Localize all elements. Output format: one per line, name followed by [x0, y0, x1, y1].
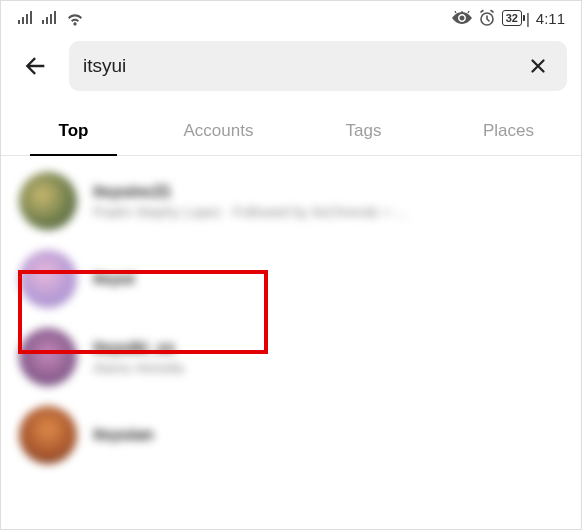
result-text: itsyuinc21 Psalm Stephy Lopez · Followed… — [93, 183, 407, 220]
clear-search-button[interactable] — [523, 51, 553, 81]
close-icon — [527, 55, 549, 77]
result-username: itsyuiki_xx — [93, 339, 184, 357]
result-text: itsyuian — [93, 426, 153, 444]
wifi-icon — [65, 11, 85, 26]
tab-tags[interactable]: Tags — [291, 107, 436, 155]
search-input[interactable] — [83, 55, 523, 77]
result-item[interactable]: itsyui — [1, 240, 581, 318]
eye-icon — [452, 11, 472, 25]
search-results: itsyuinc21 Psalm Stephy Lopez · Followed… — [1, 156, 581, 474]
avatar — [19, 172, 77, 230]
status-right: 32 | 4:11 — [452, 9, 565, 27]
result-username: itsyuian — [93, 426, 153, 444]
result-item[interactable]: itsyuian — [1, 396, 581, 474]
signal-icon-2 — [41, 11, 59, 25]
search-tabs: Top Accounts Tags Places — [1, 107, 581, 156]
result-text: itsyuiki_xx Alanis Heredia — [93, 339, 184, 376]
result-item[interactable]: itsyuinc21 Psalm Stephy Lopez · Followed… — [1, 162, 581, 240]
result-item[interactable]: itsyuiki_xx Alanis Heredia — [1, 318, 581, 396]
result-text: itsyui — [93, 270, 135, 288]
result-subtitle: Psalm Stephy Lopez · Followed by ItsChre… — [93, 204, 407, 220]
result-subtitle: Alanis Heredia — [93, 360, 184, 376]
tab-top[interactable]: Top — [1, 107, 146, 155]
result-username: itsyuinc21 — [93, 183, 407, 201]
battery-icon: 32 — [502, 10, 522, 26]
back-button[interactable] — [15, 46, 55, 86]
signal-icon — [17, 11, 35, 25]
search-field[interactable] — [69, 41, 567, 91]
avatar — [19, 328, 77, 386]
result-username: itsyui — [93, 270, 135, 288]
avatar — [19, 250, 77, 308]
status-time: 4:11 — [536, 10, 565, 27]
status-bar: 32 | 4:11 — [1, 1, 581, 31]
search-header — [1, 31, 581, 101]
alarm-icon — [478, 9, 496, 27]
status-time-separator: | — [526, 10, 530, 27]
tab-accounts[interactable]: Accounts — [146, 107, 291, 155]
status-left — [17, 11, 85, 26]
arrow-left-icon — [21, 52, 49, 80]
tab-places[interactable]: Places — [436, 107, 581, 155]
avatar — [19, 406, 77, 464]
